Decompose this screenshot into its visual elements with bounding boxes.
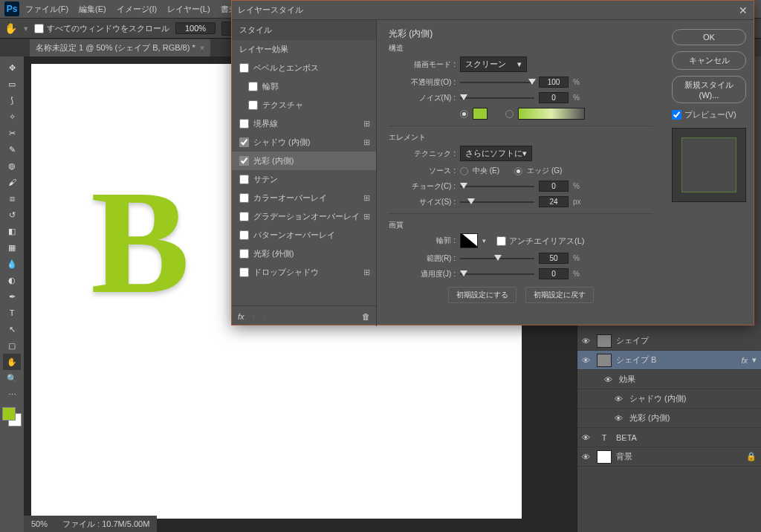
hand-tool[interactable]: ✋ — [3, 354, 21, 370]
visibility-icon[interactable]: 👁 — [582, 337, 592, 346]
add-icon[interactable]: ⊞ — [363, 193, 370, 203]
new-style-button[interactable]: 新規スタイル(W)... — [672, 76, 746, 103]
source-edge-radio[interactable] — [514, 167, 522, 175]
trash-icon[interactable]: 🗑 — [362, 312, 370, 321]
contour-item[interactable]: 輪郭 — [232, 77, 376, 96]
type-tool[interactable]: T — [3, 305, 21, 321]
down-icon[interactable]: ↓ — [263, 312, 268, 321]
blend-mode-select[interactable]: スクリーン▾ — [460, 56, 527, 72]
choke-slider[interactable] — [460, 181, 534, 192]
source-center-radio[interactable] — [460, 167, 468, 175]
noise-field[interactable]: 0 — [539, 92, 569, 103]
visibility-icon[interactable]: 👁 — [615, 395, 625, 403]
range-slider[interactable] — [460, 253, 534, 264]
menu-file[interactable]: ファイル(F) — [21, 1, 73, 17]
color-overlay-item[interactable]: カラーオーバーレイ⊞ — [232, 189, 376, 207]
fx-badge[interactable]: fx — [741, 356, 748, 365]
layer-row[interactable]: 👁 T BETA — [577, 428, 761, 447]
visibility-icon[interactable]: 👁 — [582, 452, 592, 461]
shape-tool[interactable]: ▢ — [3, 337, 21, 354]
fx-menu-icon[interactable]: fx — [238, 312, 245, 321]
heal-tool[interactable]: ◍ — [3, 158, 21, 174]
status-zoom[interactable]: 50% — [31, 519, 48, 528]
opacity-slider[interactable] — [460, 77, 534, 88]
inner-glow-item[interactable]: 光彩 (内側) — [232, 152, 376, 170]
outer-glow-item[interactable]: 光彩 (外側) — [232, 244, 376, 263]
visibility-icon[interactable]: 👁 — [604, 375, 615, 384]
styles-header[interactable]: スタイル — [232, 20, 376, 40]
color-radio[interactable] — [460, 110, 468, 118]
glow-gradient-swatch[interactable] — [518, 108, 585, 120]
path-tool[interactable]: ↖ — [3, 321, 21, 337]
range-field[interactable]: 50 — [539, 253, 569, 264]
contour-picker[interactable] — [460, 233, 478, 248]
gradient-tool[interactable]: ▦ — [3, 239, 21, 256]
jitter-field[interactable]: 0 — [539, 268, 569, 279]
menu-layer[interactable]: レイヤー(L) — [163, 1, 214, 17]
blending-options-item[interactable]: レイヤー効果 — [232, 40, 376, 59]
size-field[interactable]: 24 — [539, 196, 569, 207]
more-tools[interactable]: ⋯ — [3, 386, 21, 403]
texture-item[interactable]: テクスチャ — [232, 96, 376, 114]
add-icon[interactable]: ⊞ — [363, 267, 370, 277]
reset-default-button[interactable]: 初期設定に戻す — [525, 287, 594, 303]
stroke-item[interactable]: 境界線⊞ — [232, 114, 376, 133]
add-icon[interactable]: ⊞ — [363, 137, 370, 147]
choke-field[interactable]: 0 — [539, 181, 569, 192]
cancel-button[interactable]: キャンセル — [672, 51, 746, 70]
close-icon[interactable]: ✕ — [739, 4, 748, 16]
preview-checkbox[interactable]: プレビュー(V) — [672, 109, 746, 120]
effect-row[interactable]: 👁 シャドウ (内側) — [577, 389, 761, 409]
effects-row[interactable]: 👁 効果 — [577, 370, 761, 389]
visibility-icon[interactable]: 👁 — [582, 433, 592, 442]
chevron-down-icon[interactable]: ▾ — [482, 237, 486, 244]
visibility-icon[interactable]: 👁 — [582, 356, 592, 365]
chevron-down-icon[interactable]: ▾ — [752, 355, 757, 365]
lasso-tool[interactable]: ⟆ — [3, 92, 21, 108]
pattern-overlay-item[interactable]: パターンオーバーレイ — [232, 226, 376, 244]
fg-color-swatch[interactable] — [2, 407, 16, 421]
marquee-tool[interactable]: ▭ — [3, 76, 21, 92]
opacity-field[interactable]: 100 — [539, 77, 569, 88]
layer-row[interactable]: 👁 シェイプ B fx ▾ — [577, 351, 761, 370]
pen-tool[interactable]: ✒ — [3, 288, 21, 305]
add-icon[interactable]: ⊞ — [363, 212, 370, 221]
drop-shadow-item[interactable]: ドロップシャドウ⊞ — [232, 263, 376, 282]
color-swatches[interactable] — [2, 407, 22, 426]
brush-tool[interactable]: 🖌 — [3, 174, 21, 190]
jitter-slider[interactable] — [460, 269, 534, 279]
document-tab[interactable]: 名称未設定 1 @ 50% (シェイプ B, RGB/8) * × — [30, 39, 210, 56]
dodge-tool[interactable]: ◐ — [3, 272, 21, 288]
up-icon[interactable]: ↑ — [252, 312, 256, 321]
technique-select[interactable]: さらにソフトに▾ — [460, 146, 532, 161]
zoom-tool[interactable]: 🔍 — [3, 370, 21, 386]
eraser-tool[interactable]: ◧ — [3, 223, 21, 239]
move-tool[interactable]: ✥ — [3, 59, 21, 76]
history-brush-tool[interactable]: ↺ — [3, 207, 21, 223]
eyedropper-tool[interactable]: ✎ — [3, 141, 21, 158]
wand-tool[interactable]: ✧ — [3, 108, 21, 125]
ok-button[interactable]: OK — [672, 29, 746, 45]
visibility-icon[interactable]: 👁 — [615, 414, 625, 423]
zoom-field[interactable]: 100% — [175, 22, 216, 34]
satin-item[interactable]: サテン — [232, 170, 376, 189]
make-default-button[interactable]: 初期設定にする — [448, 287, 516, 303]
lock-icon[interactable]: 🔒 — [746, 452, 757, 461]
glow-color-swatch[interactable] — [473, 108, 488, 120]
layer-row[interactable]: 👁 シェイプ — [577, 331, 761, 351]
menu-edit[interactable]: 編集(E) — [74, 1, 111, 17]
scroll-all-checkbox[interactable]: すべてのウィンドウをスクロール — [34, 23, 169, 34]
menu-image[interactable]: イメージ(I) — [112, 1, 161, 17]
inner-shadow-item[interactable]: シャドウ (内側)⊞ — [232, 133, 376, 152]
size-slider[interactable] — [460, 197, 534, 207]
gradient-radio[interactable] — [505, 110, 514, 118]
blur-tool[interactable]: 💧 — [3, 256, 21, 272]
bevel-item[interactable]: ベベルとエンボス — [232, 59, 376, 77]
effect-row[interactable]: 👁 光彩 (内側) — [577, 409, 761, 428]
layer-row[interactable]: 👁 背景 🔒 — [577, 447, 761, 467]
crop-tool[interactable]: ✂ — [3, 125, 21, 141]
stamp-tool[interactable]: ⧇ — [3, 190, 21, 207]
noise-slider[interactable] — [460, 93, 534, 103]
add-icon[interactable]: ⊞ — [363, 119, 370, 129]
gradient-overlay-item[interactable]: グラデーションオーバーレイ⊞ — [232, 207, 376, 226]
